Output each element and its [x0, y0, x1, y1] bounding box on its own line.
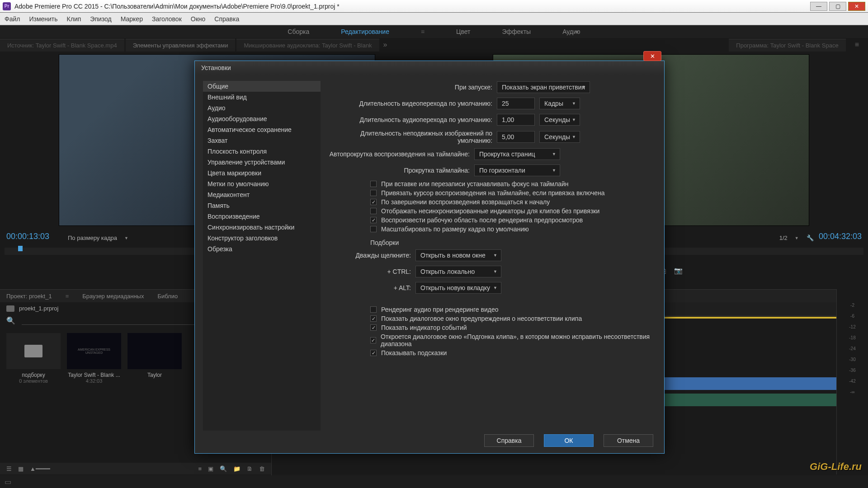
bins-section-label: Подборки	[370, 239, 656, 246]
chk-snap-playhead[interactable]	[370, 190, 377, 196]
source-zoom-select[interactable]: По размеру кадра▼	[68, 235, 128, 241]
audio-trans-unit-select[interactable]: Секунды	[539, 114, 580, 126]
tab-audio-mixer[interactable]: Микширование аудиоклипа: Taylor Swift - …	[236, 39, 379, 52]
startup-select[interactable]: Показать экран приветствия	[497, 81, 590, 93]
search-icon[interactable]: 🔍	[6, 316, 15, 325]
tab-media-browser[interactable]: Браузер медиаданных	[82, 293, 144, 300]
chk-return-start[interactable]	[370, 199, 377, 205]
zoom-slider[interactable]: ▲━━━━	[30, 465, 50, 472]
window-title-bar: Pr Adobe Premiere Pro CC 2015 - C:\Польз…	[0, 0, 868, 13]
video-trans-input[interactable]: 25	[497, 98, 535, 109]
ok-button[interactable]: ОК	[544, 434, 594, 447]
audio-trans-label: Длительность аудиоперехода по умолчанию:	[325, 116, 497, 123]
nav-audio-hardware[interactable]: Аудиооборудование	[203, 113, 321, 124]
nav-sync-settings[interactable]: Синхронизировать настройки	[203, 222, 321, 233]
nav-media[interactable]: Медиаконтент	[203, 189, 321, 200]
new-item-icon[interactable]: 🗎	[247, 465, 253, 472]
panel-tab-row: Источник: Taylor Swift - Blank Space.mp4…	[0, 38, 868, 52]
tab-effect-controls[interactable]: Элементы управления эффектами	[126, 39, 236, 52]
still-input[interactable]: 5,00	[497, 131, 535, 143]
workspace-assembly[interactable]: Сборка	[288, 28, 309, 35]
tab-source[interactable]: Источник: Taylor Swift - Blank Space.mp4	[0, 39, 124, 52]
tl-scroll-label: Прокрутка таймлайна:	[325, 167, 474, 174]
nav-autosave[interactable]: Автоматическое сохранение	[203, 124, 321, 135]
bin-icon[interactable]	[6, 305, 14, 312]
sort-icon[interactable]: ≡	[198, 465, 202, 472]
menu-edit[interactable]: Изменить	[29, 15, 57, 23]
workspace-editing[interactable]: Редактирование	[341, 28, 389, 35]
source-timecode[interactable]: 00:00:13:03	[6, 232, 49, 241]
chk-focus-timeline[interactable]	[370, 181, 377, 187]
nav-control-surface[interactable]: Плоскость контроля	[203, 146, 321, 157]
prefs-content: При запуске: Показать экран приветствия …	[325, 81, 656, 431]
menu-help[interactable]: Справка	[214, 15, 239, 23]
chk-unsync-indicators[interactable]	[370, 208, 377, 214]
chk-play-after-render[interactable]	[370, 217, 377, 223]
minimize-button[interactable]: —	[810, 2, 827, 11]
still-unit-select[interactable]: Секунды	[539, 131, 580, 143]
dialog-title-bar: Установки	[195, 61, 664, 75]
nav-capture[interactable]: Захват	[203, 135, 321, 146]
tl-scroll-select[interactable]: По горизонтали	[474, 164, 560, 176]
video-trans-unit-select[interactable]: Кадры	[539, 98, 580, 109]
nav-label-defaults[interactable]: Метки по умолчанию	[203, 178, 321, 189]
menu-window[interactable]: Окно	[191, 15, 206, 23]
auto-seq-icon[interactable]: ▣	[208, 465, 213, 472]
bin-item[interactable]: Taylor	[127, 333, 182, 384]
trash-icon[interactable]: 🗑	[259, 465, 265, 472]
chk-event-indicator[interactable]	[370, 324, 377, 331]
nav-audio[interactable]: Аудио	[203, 103, 321, 113]
tab-libraries[interactable]: Библио	[157, 293, 178, 300]
chk-scale-to-frame[interactable]	[370, 226, 377, 232]
ctrl-select[interactable]: Открыть локально	[415, 266, 501, 277]
window-close-button[interactable]: ✕	[848, 2, 865, 11]
menu-marker[interactable]: Маркер	[121, 15, 143, 23]
tab-program[interactable]: Программа: Taylor Swift - Blank Space	[729, 39, 845, 52]
nav-titler[interactable]: Конструктор заголовков	[203, 233, 321, 244]
bin-item[interactable]: AMERICAN EXPRESS UNSTAGED Taylor Swift -…	[67, 333, 121, 384]
workspace-color[interactable]: Цвет	[456, 28, 470, 35]
maximize-button[interactable]: ▢	[829, 2, 846, 11]
icon-view-icon[interactable]: ▦	[18, 465, 24, 472]
alt-label: + ALT:	[325, 284, 415, 291]
workspace-overflow-icon[interactable]: »	[576, 28, 579, 35]
nav-general[interactable]: Общие	[203, 81, 321, 92]
alt-select[interactable]: Открыть новую вкладку	[415, 282, 501, 294]
nav-playback[interactable]: Воспроизведение	[203, 211, 321, 222]
dblclick-select[interactable]: Открыть в новом окне	[415, 249, 501, 261]
cancel-button[interactable]: Отмена	[604, 434, 653, 447]
clip-thumb: AMERICAN EXPRESS UNSTAGED	[67, 333, 121, 369]
autoscroll-select[interactable]: Прокрутка страниц	[474, 148, 560, 160]
nav-memory[interactable]: Память	[203, 200, 321, 211]
autoscroll-label: Автопрокрутка воспроизведения на таймлай…	[325, 150, 474, 158]
menu-title[interactable]: Заголовок	[152, 15, 182, 23]
find-icon[interactable]: 🔍	[220, 465, 227, 472]
workspace-bar: Сборка Редактирование≡ Цвет Эффекты Ауди…	[0, 25, 868, 38]
nav-device-control[interactable]: Управление устройствами	[203, 157, 321, 168]
chk-render-audio[interactable]	[370, 306, 377, 313]
prefs-nav: Общие Внешний вид Аудио Аудиооборудовани…	[203, 81, 321, 431]
help-button[interactable]: Справка	[484, 434, 534, 447]
menu-sequence[interactable]: Эпизод	[90, 15, 111, 23]
chk-tooltips[interactable]	[370, 350, 377, 356]
tab-project[interactable]: Проект: proekt_1	[6, 293, 52, 300]
program-zoom-select[interactable]: 1/2▼ 🔧	[779, 235, 814, 241]
new-bin-icon[interactable]: 📁	[233, 465, 241, 472]
startup-label: При запуске:	[325, 84, 497, 91]
program-timecode[interactable]: 00:04:32:03	[819, 232, 862, 241]
audio-trans-input[interactable]: 1,00	[497, 114, 535, 126]
dialog-close-button[interactable]: ✕	[643, 51, 661, 61]
menu-clip[interactable]: Клип	[67, 15, 81, 23]
chk-mismatch-warning[interactable]	[370, 315, 377, 322]
folder-icon	[6, 333, 61, 369]
bin-item[interactable]: подборку 0 элементов	[6, 333, 61, 384]
status-bar: ▭	[0, 475, 868, 488]
workspace-effects[interactable]: Эффекты	[502, 28, 531, 35]
nav-label-colors[interactable]: Цвета маркировки	[203, 168, 321, 178]
chk-fit-clip-dialog[interactable]	[370, 337, 376, 343]
export-frame-icon[interactable]: 📷	[674, 267, 683, 275]
menu-file[interactable]: Файл	[5, 15, 20, 23]
list-view-icon[interactable]: ☰	[6, 465, 12, 472]
nav-appearance[interactable]: Внешний вид	[203, 92, 321, 103]
nav-trim[interactable]: Обрезка	[203, 244, 321, 254]
